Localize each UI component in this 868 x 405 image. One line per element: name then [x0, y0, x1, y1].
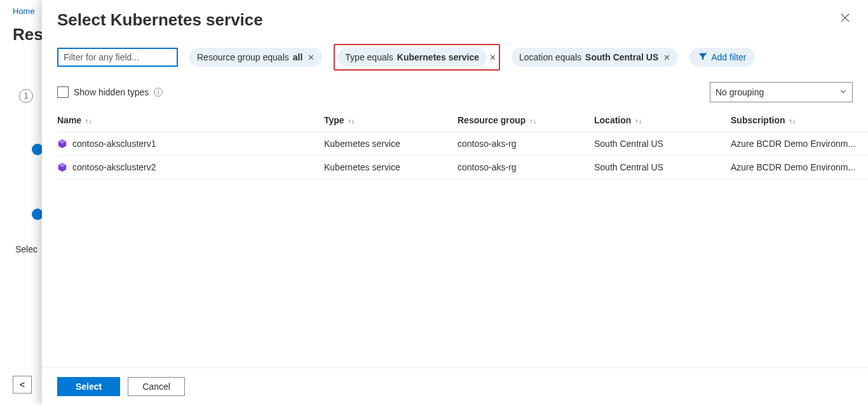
col-header-type[interactable]: Type ↑↓	[324, 109, 458, 132]
sort-icon: ↑↓	[348, 117, 355, 125]
cell-location: South Central US	[594, 156, 731, 179]
cancel-button[interactable]: Cancel	[128, 377, 185, 396]
add-filter-button[interactable]: + Add filter	[689, 48, 755, 67]
kubernetes-service-icon	[57, 139, 67, 149]
col-header-location[interactable]: Location ↑↓	[594, 109, 731, 132]
pill-value: South Central US	[585, 52, 658, 62]
col-header-subscription[interactable]: Subscription ↑↓	[731, 109, 868, 132]
col-header-name[interactable]: Name ↑↓	[57, 109, 324, 132]
previous-button[interactable]: <	[13, 376, 32, 394]
options-row: Show hidden types i No grouping	[42, 76, 868, 109]
select-button[interactable]: Select	[57, 377, 120, 396]
show-hidden-label: Show hidden types	[74, 87, 149, 97]
svg-text:+: +	[705, 52, 707, 56]
show-hidden-checkbox[interactable]	[57, 86, 69, 98]
results-table-wrap: Name ↑↓ Type ↑↓ Resource group ↑↓ Locati…	[42, 109, 868, 367]
sort-icon: ↑↓	[529, 117, 536, 125]
remove-filter-icon[interactable]: ✕	[663, 53, 670, 62]
chevron-down-icon	[839, 88, 847, 97]
sort-icon: ↑↓	[635, 117, 642, 125]
filter-pill-location[interactable]: Location equals South Central US ✕	[512, 48, 678, 67]
cell-subscription: Azure BCDR Demo Environm...	[731, 132, 868, 156]
step-indicator: 1	[19, 89, 33, 103]
filter-icon: +	[698, 52, 707, 63]
grouping-dropdown[interactable]: No grouping	[710, 82, 853, 102]
cell-type: Kubernetes service	[324, 132, 458, 156]
cell-rg: contoso-aks-rg	[458, 156, 594, 179]
cell-name: contoso-aksclusterv1	[72, 139, 156, 149]
cell-type: Kubernetes service	[324, 156, 458, 179]
filter-pill-type-highlighted: Type equals Kubernetes service ✕	[334, 44, 500, 71]
close-button[interactable]	[837, 10, 853, 29]
cell-name: contoso-aksclusterv2	[72, 162, 156, 172]
filter-row: Resource group equals all ✕ Type equals …	[42, 35, 868, 76]
kubernetes-service-icon	[57, 162, 67, 172]
remove-filter-icon[interactable]: ✕	[489, 53, 496, 62]
close-icon	[840, 13, 850, 23]
pill-prefix: Resource group equals	[197, 52, 289, 62]
filter-input[interactable]	[57, 48, 178, 67]
pill-prefix: Type equals	[345, 52, 393, 62]
results-table: Name ↑↓ Type ↑↓ Resource group ↑↓ Locati…	[57, 109, 868, 179]
cell-location: South Central US	[594, 132, 731, 156]
selection-panel: Select Kubernetes service Resource group…	[42, 0, 868, 405]
table-row[interactable]: contoso-aksclusterv2Kubernetes serviceco…	[57, 156, 868, 179]
table-row[interactable]: contoso-aksclusterv1Kubernetes serviceco…	[57, 132, 868, 156]
col-header-rg[interactable]: Resource group ↑↓	[458, 109, 594, 132]
panel-footer: Select Cancel	[42, 367, 868, 405]
grouping-value: No grouping	[715, 87, 764, 97]
remove-filter-icon[interactable]: ✕	[308, 53, 315, 62]
panel-title: Select Kubernetes service	[57, 10, 263, 30]
sort-icon: ↑↓	[85, 117, 92, 125]
add-filter-label: Add filter	[711, 52, 746, 62]
filter-pill-resource-group[interactable]: Resource group equals all ✕	[189, 48, 322, 67]
info-icon[interactable]: i	[154, 88, 163, 97]
pill-prefix: Location equals	[519, 52, 581, 62]
sort-icon: ↑↓	[789, 117, 796, 125]
pill-value: Kubernetes service	[397, 52, 479, 62]
pill-value: all	[293, 52, 303, 62]
cell-subscription: Azure BCDR Demo Environm...	[731, 156, 868, 179]
cell-rg: contoso-aks-rg	[458, 132, 594, 156]
filter-pill-type[interactable]: Type equals Kubernetes service	[337, 48, 487, 67]
